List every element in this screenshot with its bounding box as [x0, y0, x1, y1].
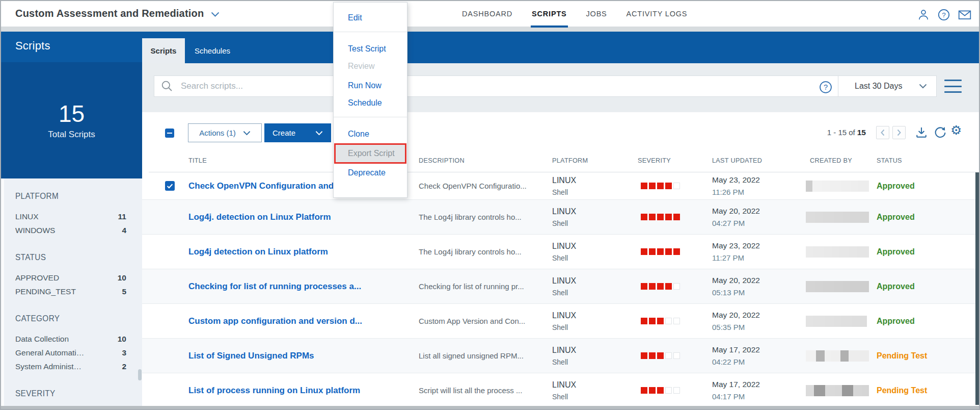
menu-item-deprecate[interactable]: Deprecate — [334, 164, 407, 182]
column-header-created-by[interactable]: CREATED BY — [810, 157, 852, 167]
download-icon[interactable] — [914, 125, 929, 140]
last-updated-cell: May 23, 202211:27 PM — [712, 235, 799, 269]
table-scrollbar[interactable] — [975, 172, 979, 405]
search-input[interactable] — [180, 81, 766, 92]
nav-item-dashboard[interactable]: DASHBOARD — [462, 2, 512, 25]
created-by-redacted — [806, 200, 877, 234]
created-by-redacted — [806, 304, 877, 338]
help-icon[interactable]: ? — [937, 8, 950, 21]
menu-item-schedule[interactable]: Schedule — [334, 94, 407, 112]
last-updated-cell: May 17, 202204:22 PM — [712, 339, 799, 373]
facet-count: 10 — [118, 273, 126, 283]
table-row[interactable]: List of Signed Unsigned RPMsList all sig… — [142, 339, 976, 373]
facet-count: 5 — [122, 287, 126, 296]
status-badge: Pending Test — [877, 386, 958, 395]
facet-item-pending-test[interactable]: PENDING_TEST5 — [15, 285, 126, 298]
settings-gear-icon[interactable]: ⚙ — [950, 124, 962, 137]
total-scripts-count: 15 — [59, 101, 85, 127]
menu-item-edit[interactable]: Edit — [334, 9, 407, 27]
script-title-link[interactable]: Check OpenVPN Configuration and — [188, 181, 333, 191]
pagination-label: 1 - 15 of15 — [801, 128, 866, 137]
table-row[interactable]: Log4j detection on Linux platformThe Log… — [142, 235, 976, 269]
tab-schedules[interactable]: Schedules — [186, 38, 239, 63]
menu-item-clone[interactable]: Clone — [334, 125, 407, 143]
column-header-last-updated[interactable]: LAST UPDATED — [712, 157, 762, 167]
menu-separator — [334, 32, 407, 32]
script-title-link[interactable]: Checking for list of running processes a… — [188, 281, 418, 292]
script-title-link[interactable]: Log4j. detection on Linux Platform — [188, 212, 418, 222]
script-description: Check OpenVPN Configuratio... — [419, 182, 549, 190]
severity-cell — [641, 200, 707, 234]
table-row[interactable]: Log4j. detection on Linux PlatformThe Lo… — [142, 200, 976, 235]
status-badge: Approved — [877, 182, 958, 191]
created-by-redacted — [806, 339, 877, 373]
severity-bar — [641, 248, 707, 255]
svg-text:?: ? — [942, 11, 946, 19]
last-updated-cell: May 20, 202205:13 PM — [712, 269, 799, 303]
product-title: Custom Assessment and Remediation — [15, 8, 204, 19]
script-title-link[interactable]: List of process running on Linux platfor… — [188, 386, 418, 396]
menu-item-test-script[interactable]: Test Script — [334, 40, 407, 58]
script-title-link[interactable]: Log4j detection on Linux platform — [188, 247, 418, 257]
menu-item-export-script[interactable]: Export Script — [336, 145, 405, 162]
nav-item-scripts[interactable]: SCRIPTS — [532, 2, 566, 25]
script-title-link[interactable]: List of Signed Unsigned RPMs — [188, 351, 418, 361]
severity-bar — [641, 183, 707, 189]
tab-scripts[interactable]: Scripts — [142, 38, 185, 63]
facet-section-title: CATEGORY — [15, 314, 129, 324]
prev-page-button[interactable] — [876, 126, 889, 139]
search-help-icon[interactable]: ? — [819, 80, 833, 94]
script-description: The Log4j library controls ho... — [419, 213, 549, 221]
create-button[interactable]: Create — [264, 123, 331, 142]
last-updated-cell: May 17, 202204:17 PM — [712, 373, 799, 407]
mail-icon[interactable] — [958, 8, 972, 21]
row-checkbox-checked[interactable] — [165, 181, 175, 191]
facet-item-windows[interactable]: WINDOWS4 — [15, 223, 126, 237]
facet-item-data-collection[interactable]: Data Collection10 — [15, 332, 126, 346]
time-range-select[interactable]: Last 30 Days — [838, 75, 937, 97]
status-badge: Approved — [877, 317, 958, 326]
column-header-severity[interactable]: SEVERITY — [638, 157, 671, 167]
script-title-link[interactable]: Custom app configuration and version d..… — [188, 316, 418, 326]
column-header-platform[interactable]: PLATFORM — [552, 157, 588, 167]
svg-text:?: ? — [824, 83, 828, 91]
sidebar-scrollbar[interactable] — [138, 369, 142, 380]
platform-cell: LINUXShell — [552, 269, 629, 303]
product-switcher[interactable]: Custom Assessment and Remediation — [15, 8, 220, 19]
column-header-title[interactable]: TITLE — [188, 157, 207, 167]
table-row[interactable]: Custom app configuration and version d..… — [142, 304, 976, 339]
nav-item-activity-logs[interactable]: ACTIVITY LOGS — [627, 2, 688, 25]
top-icons: ? — [917, 8, 972, 21]
row-checkbox-cell — [165, 304, 180, 338]
column-header-description[interactable]: DESCRIPTION — [419, 157, 465, 167]
script-description: Script will list all the process ... — [419, 386, 549, 395]
row-context-menu: EditTest ScriptReviewRun NowScheduleClon… — [333, 2, 407, 198]
menu-toggle-icon[interactable] — [944, 80, 962, 93]
user-icon[interactable] — [917, 8, 930, 21]
status-badge: Approved — [877, 247, 958, 257]
table-row[interactable]: Checking for list of running processes a… — [142, 269, 976, 304]
facet-item-general-automati-[interactable]: General Automati…3 — [15, 346, 126, 360]
scripts-table: Check OpenVPN Configuration andCheck Ope… — [142, 172, 976, 408]
status-badge: Approved — [877, 213, 958, 222]
severity-bar — [641, 318, 707, 324]
facet-item-linux[interactable]: LINUX11 — [15, 210, 126, 223]
facet-section-status: STATUSAPPROVED10PENDING_TEST5 — [15, 252, 142, 298]
top-navigation: DASHBOARDSCRIPTSJOBSACTIVITY LOGS — [462, 1, 687, 27]
status-badge: Approved — [877, 282, 958, 291]
menu-item-run-now[interactable]: Run Now — [334, 77, 407, 94]
app-window: Custom Assessment and Remediation DASHBO… — [0, 0, 980, 410]
facet-item-system-administ-[interactable]: System Administ…2 — [15, 360, 126, 373]
next-page-button[interactable] — [892, 126, 906, 139]
table-row[interactable]: List of process running on Linux platfor… — [142, 373, 976, 408]
row-checkbox-cell — [165, 172, 180, 199]
facet-item-approved[interactable]: APPROVED10 — [15, 271, 126, 285]
column-header-status[interactable]: STATUS — [877, 157, 902, 167]
table-row[interactable]: Check OpenVPN Configuration andCheck Ope… — [142, 172, 976, 200]
refresh-icon[interactable] — [933, 125, 947, 140]
nav-item-jobs[interactable]: JOBS — [586, 2, 607, 25]
select-all-checkbox[interactable] — [165, 129, 174, 138]
facet-section-title: PLATFORM — [15, 191, 129, 201]
table-header-divider — [149, 172, 976, 172]
actions-button[interactable]: Actions (1) — [188, 123, 262, 142]
